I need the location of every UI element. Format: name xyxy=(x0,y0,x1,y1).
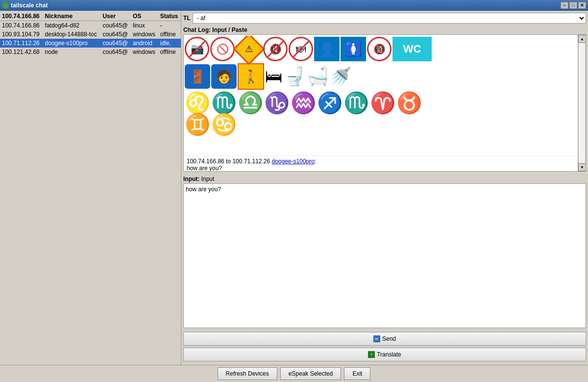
chat-colon: : xyxy=(315,158,316,165)
scroll-down-btn[interactable]: ▼ xyxy=(578,163,586,171)
input-container: Input: Input how are you? xyxy=(183,175,586,328)
bathroom-male-sign: 👤 xyxy=(314,37,340,61)
table-row[interactable]: 100.93.104.79desktop-144888-toccou645@wi… xyxy=(0,30,181,39)
translate-label: Translate xyxy=(377,351,401,358)
chat-log-container: Chat Log: Input / Paste 📷 xyxy=(183,25,586,173)
pedestrian-sign: 🚶 xyxy=(238,63,264,90)
input-body[interactable]: how are you? xyxy=(183,183,586,328)
shower-icon: 🚿 xyxy=(330,66,352,87)
maximize-button[interactable]: □ xyxy=(569,2,577,9)
chat-log-body: 📷 🚫 ⚠ xyxy=(183,34,586,172)
chat-scrollbar[interactable]: ▲ ▼ xyxy=(578,35,586,171)
tl-label: TL xyxy=(183,15,191,22)
no-entry-sign: 🚫 xyxy=(210,37,235,61)
title-text: tailscale chat xyxy=(11,2,48,9)
exit-sign-1: 🚪 xyxy=(185,64,210,89)
zodiac-gemini: ♊ xyxy=(185,114,210,135)
toilet-icon: 🚽 xyxy=(284,66,306,87)
minimize-button[interactable]: − xyxy=(561,2,568,9)
left-panel: 100.74.166.86 Nickname User OS Status 10… xyxy=(0,11,181,382)
table-row[interactable]: 100.71.112.26doogee-s100procou645@androi… xyxy=(0,39,181,48)
chat-text: how are you? xyxy=(187,165,222,172)
window-icon xyxy=(2,2,9,9)
device-tbody: 100.74.166.86fatdog64-d82cou645@linux-10… xyxy=(0,21,181,57)
zodiac-scorpio: ♏ xyxy=(211,93,237,113)
bottom-buttons: ✉ Send T Translate xyxy=(183,332,586,362)
input-textarea[interactable]: how are you? xyxy=(184,184,586,328)
zodiac-aquarius: ♒ xyxy=(291,93,316,113)
chat-log-content: 📷 🚫 ⚠ xyxy=(184,35,586,172)
no-sign-5: 🔞 xyxy=(367,37,392,61)
espeak-button[interactable]: eSpeak Selected xyxy=(280,367,342,380)
chat-device: doogee-s100pro xyxy=(272,158,315,165)
close-button[interactable]: ✕ xyxy=(578,2,586,9)
zodiac-capricorn: ♑ xyxy=(264,93,290,113)
table-row[interactable]: 100.121.42.68nodecou645@windowsoffline xyxy=(0,48,181,56)
bed-icon: 🛏 xyxy=(265,66,283,87)
col-user: User xyxy=(100,11,131,21)
tl-select[interactable]: - af - en - fr - de - es xyxy=(193,13,586,24)
person-icon: 🧑 xyxy=(211,64,237,89)
scroll-track xyxy=(578,43,586,163)
send-icon: ✉ xyxy=(373,335,380,342)
emoji-row-2: 🚪 🧑 🚶 🛏 🚽 🛁 🚿 xyxy=(185,63,585,90)
title-bar: tailscale chat − □ ✕ xyxy=(0,0,588,11)
window-controls: − □ ✕ xyxy=(561,2,586,9)
bathtub-icon: 🛁 xyxy=(307,66,329,87)
zodiac-cancer: ♋ xyxy=(211,114,237,135)
input-sublabel: Input xyxy=(201,176,215,182)
zodiac-row-1: ♌ ♏ ♎ ♑ ♒ ♐ ♏ ♈ ♉ xyxy=(185,93,585,113)
tl-row: TL - af - en - fr - de - es xyxy=(183,13,586,24)
translate-icon: T xyxy=(368,351,375,358)
emoji-row-1: 📷 🚫 ⚠ xyxy=(185,36,585,62)
device-table: 100.74.166.86 Nickname User OS Status 10… xyxy=(0,11,181,56)
no-sign-4: 🍽 xyxy=(289,37,313,61)
zodiac-libra: ♎ xyxy=(238,93,263,113)
right-panel: TL - af - en - fr - de - es Chat Log: In… xyxy=(181,11,588,382)
zodiac-row-2: ♊ ♋ xyxy=(185,114,585,135)
title-bar-left: tailscale chat xyxy=(2,2,48,9)
scroll-up-btn[interactable]: ▲ xyxy=(578,35,586,43)
translate-button[interactable]: T Translate xyxy=(183,348,586,361)
no-photo-sign: 📷 xyxy=(185,37,209,61)
wc-sign: WC xyxy=(392,37,432,61)
col-os: OS xyxy=(131,11,158,21)
footer: Refresh Devices eSpeak Selected Exit xyxy=(0,365,588,382)
input-label: Input: xyxy=(183,176,199,182)
main-container: 100.74.166.86 Nickname User OS Status 10… xyxy=(0,11,588,382)
warning-sign: ⚠ xyxy=(236,36,262,62)
send-button[interactable]: ✉ Send xyxy=(183,332,586,346)
send-label: Send xyxy=(382,335,396,342)
chat-message-area: 100.74.166.86 to 100.71.112.26 doogee-s1… xyxy=(185,155,585,172)
zodiac-aries: ♈ xyxy=(370,93,395,113)
zodiac-sagittarius: ♐ xyxy=(317,93,343,113)
chat-log-header: Chat Log: Input / Paste xyxy=(183,25,586,34)
emoji-area: 📷 🚫 ⚠ xyxy=(185,36,585,153)
input-header: Input: Input xyxy=(183,175,586,183)
col-nickname: Nickname xyxy=(43,11,101,21)
zodiac-scorpio2: ♏ xyxy=(343,93,369,113)
refresh-devices-button[interactable]: Refresh Devices xyxy=(218,367,277,380)
chat-sender: 100.74.166.86 to 100.71.112.26 xyxy=(187,158,272,165)
no-sign-3: 🔇 xyxy=(263,37,288,61)
zodiac-taurus: ♉ xyxy=(396,93,422,113)
bathroom-female-sign: 🚺 xyxy=(341,37,366,61)
exit-button[interactable]: Exit xyxy=(344,367,370,380)
col-status: Status xyxy=(158,11,181,21)
zodiac-leo: ♌ xyxy=(185,93,210,113)
col-ip: 100.74.166.86 xyxy=(0,11,43,21)
table-row[interactable]: 100.74.166.86fatdog64-d82cou645@linux- xyxy=(0,21,181,30)
